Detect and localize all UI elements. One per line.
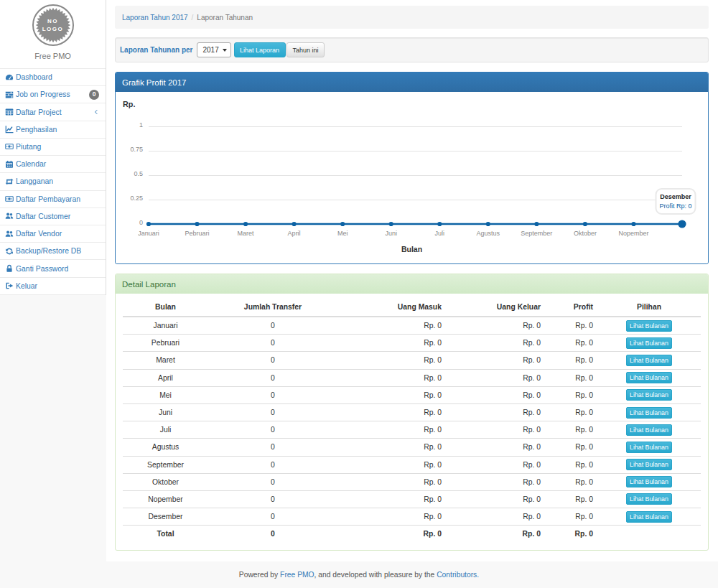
tahun-ini-button[interactable]: Tahun ini [286, 42, 325, 57]
chart-hover-point[interactable] [678, 220, 686, 228]
sidebar-item-piutang[interactable]: Piutang [0, 139, 106, 156]
cell-uang_masuk: Rp. 0 [337, 456, 446, 473]
lihat-bulanan-button[interactable]: Lihat Bulanan [626, 389, 672, 401]
chart-point[interactable] [243, 222, 248, 226]
cell-jumlah_transfer: 0 [208, 508, 337, 526]
chart-point[interactable] [292, 222, 297, 226]
cell-profit: Rp. 0 [545, 335, 597, 352]
lihat-bulanan-button[interactable]: Lihat Bulanan [626, 320, 672, 332]
sidebar-item-label: Langganan [16, 177, 53, 185]
breadcrumb-link[interactable]: Laporan Tahun 2017 [122, 14, 188, 22]
footer-link-freepmo[interactable]: Free PMO [280, 571, 314, 579]
sidebar-item-calendar[interactable]: Calendar [0, 156, 106, 173]
cell-uang_masuk: Rp. 0 [337, 317, 446, 335]
filter-label: Laporan Tahunan per [120, 46, 193, 54]
table-row: Juni0Rp. 0Rp. 0Rp. 0Lihat Bulanan [123, 403, 701, 421]
lihat-bulanan-button[interactable]: Lihat Bulanan [626, 372, 672, 383]
cell-bulan: Juli [123, 421, 208, 439]
lihat-bulanan-button[interactable]: Lihat Bulanan [626, 476, 672, 487]
cell-jumlah_transfer: 0 [208, 369, 337, 386]
chart-point[interactable] [437, 222, 442, 226]
year-select-value: 2017 [203, 46, 219, 54]
total-bulan: Total [123, 526, 208, 543]
lihat-laporan-button[interactable]: Lihat Laporan [234, 42, 286, 57]
chart-point[interactable] [486, 222, 490, 226]
sidebar-item-label: Job on Progress [16, 90, 70, 98]
lihat-bulanan-button[interactable]: Lihat Bulanan [626, 407, 672, 419]
sidebar-item-keluar[interactable]: Keluar [0, 278, 106, 295]
sidebar-item-label: Daftar Vendor [16, 230, 62, 238]
sidebar-item-daftar-project[interactable]: Daftar Project [0, 103, 106, 121]
dashboard-icon [5, 73, 14, 82]
cell-profit: Rp. 0 [545, 490, 597, 508]
select-arrow-icon [223, 49, 227, 52]
cell-pilihan: Lihat Bulanan [597, 386, 701, 403]
total-profit: Rp. 0 [545, 526, 597, 543]
chevron-left-icon [93, 108, 100, 116]
chart-point[interactable] [389, 222, 393, 226]
cell-profit: Rp. 0 [545, 473, 597, 490]
chart-point[interactable] [534, 222, 538, 226]
cell-uang_keluar: Rp. 0 [446, 508, 545, 526]
chart-point[interactable] [195, 222, 199, 226]
lihat-bulanan-button[interactable]: Lihat Bulanan [626, 511, 672, 523]
cell-jumlah_transfer: 0 [208, 352, 337, 369]
line-chart-icon [5, 125, 14, 134]
cell-bulan: Pebruari [123, 335, 208, 352]
chart-point[interactable] [146, 222, 151, 226]
col-header-uang-keluar: Uang Keluar [446, 299, 545, 317]
lihat-bulanan-button[interactable]: Lihat Bulanan [626, 337, 672, 349]
table-header-row: BulanJumlah TransferUang MasukUang Kelua… [123, 299, 701, 317]
sidebar-item-backup-restore-db[interactable]: Backup/Restore DB [0, 243, 106, 260]
sidebar-item-label: Penghasilan [16, 126, 57, 134]
cell-profit: Rp. 0 [545, 421, 597, 439]
cell-bulan: Desember [123, 508, 208, 526]
sidebar-item-ganti-password[interactable]: Ganti Password [0, 260, 106, 277]
cell-pilihan: Lihat Bulanan [597, 369, 701, 386]
cell-uang_masuk: Rp. 0 [337, 490, 446, 508]
sidebar-item-penghasilan[interactable]: Penghasilan [0, 121, 106, 139]
total-pilihan-empty [597, 526, 701, 543]
chart-point[interactable] [583, 222, 587, 226]
table-row: Juli0Rp. 0Rp. 0Rp. 0Lihat Bulanan [123, 421, 701, 439]
lihat-bulanan-button[interactable]: Lihat Bulanan [626, 442, 672, 453]
tasks-icon [5, 90, 14, 99]
cell-uang_keluar: Rp. 0 [446, 456, 545, 473]
users-icon [5, 212, 14, 220]
money-icon [5, 195, 14, 203]
cell-uang_keluar: Rp. 0 [446, 421, 545, 439]
sidebar-item-dashboard[interactable]: Dashboard [0, 69, 106, 86]
chart-point[interactable] [631, 222, 635, 226]
cell-bulan: Oktober [123, 473, 208, 490]
retweet-icon [5, 177, 14, 186]
year-select[interactable]: 2017 [197, 42, 231, 57]
table-body: Januari0Rp. 0Rp. 0Rp. 0Lihat BulananPebr… [123, 317, 701, 542]
profit-chart: Rp.00.250.50.751JanuariPebruariMaretApri… [116, 92, 708, 263]
col-header-bulan: Bulan [123, 299, 208, 317]
sidebar-item-job-on-progress[interactable]: Job on Progress0 [0, 86, 106, 103]
breadcrumb-separator: / [192, 14, 194, 22]
cell-pilihan: Lihat Bulanan [597, 352, 701, 369]
cell-uang_keluar: Rp. 0 [446, 439, 545, 456]
breadcrumb-current: Laporan Tahunan [197, 14, 253, 22]
table-row: Agustus0Rp. 0Rp. 0Rp. 0Lihat Bulanan [123, 439, 701, 456]
cell-bulan: Nopember [123, 490, 208, 508]
lihat-bulanan-button[interactable]: Lihat Bulanan [626, 355, 672, 366]
chart-point[interactable] [340, 222, 345, 226]
lihat-bulanan-button[interactable]: Lihat Bulanan [626, 424, 672, 436]
footer: Powered by Free PMO, and developed with … [0, 561, 718, 588]
sidebar-item-daftar-pembayaran[interactable]: Daftar Pembayaran [0, 191, 106, 208]
sidebar-item-daftar-vendor[interactable]: Daftar Vendor [0, 225, 106, 243]
footer-link-contributors[interactable]: Contributors. [437, 571, 479, 579]
cell-pilihan: Lihat Bulanan [597, 335, 701, 352]
detail-report-panel: Detail Laporan BulanJumlah TransferUang … [115, 274, 709, 551]
users-icon [5, 230, 14, 238]
lihat-bulanan-button[interactable]: Lihat Bulanan [626, 459, 672, 470]
cell-uang_keluar: Rp. 0 [446, 403, 545, 421]
sidebar-item-langganan[interactable]: Langganan [0, 173, 106, 190]
lihat-bulanan-button[interactable]: Lihat Bulanan [626, 493, 672, 505]
detail-table-wrap: BulanJumlah TransferUang MasukUang Kelua… [116, 294, 708, 550]
sidebar-item-daftar-customer[interactable]: Daftar Customer [0, 208, 106, 225]
col-header-jumlah-transfer: Jumlah Transfer [208, 299, 337, 317]
cell-uang_keluar: Rp. 0 [446, 317, 545, 335]
